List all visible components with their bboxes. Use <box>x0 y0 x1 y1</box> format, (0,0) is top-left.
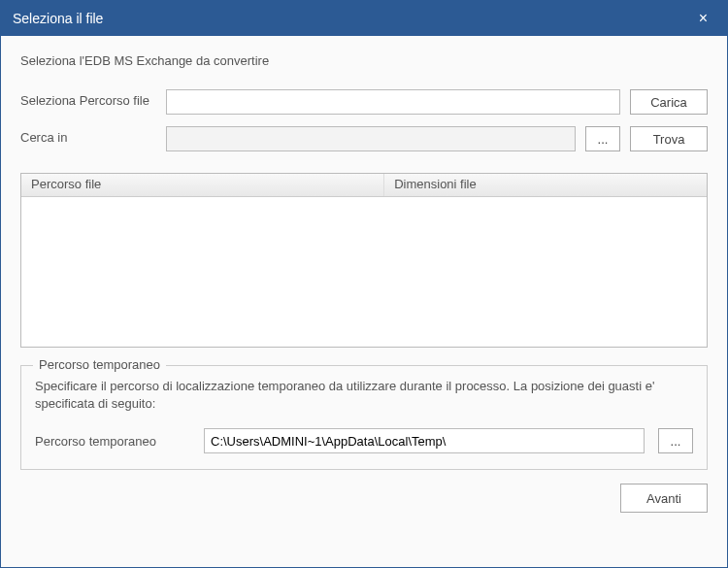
table-column-path[interactable]: Percorso file <box>21 174 384 196</box>
select-path-row: Seleziona Percorso file Carica <box>20 89 708 115</box>
search-in-label: Cerca in <box>20 126 156 146</box>
dialog-footer: Avanti <box>20 470 708 513</box>
temp-path-description: Specificare il percorso di localizzazion… <box>35 378 693 413</box>
close-icon[interactable]: × <box>691 6 715 31</box>
search-in-row: Cerca in ... Trova <box>20 126 708 151</box>
load-button[interactable]: Carica <box>630 89 708 115</box>
select-path-input[interactable] <box>166 89 620 115</box>
dialog-content: Seleziona l'EDB MS Exchange da convertir… <box>1 36 727 567</box>
dialog-subtitle: Seleziona l'EDB MS Exchange da convertir… <box>20 53 708 68</box>
table-header: Percorso file Dimensioni file <box>21 174 707 197</box>
dialog-window: Seleziona il file × Seleziona l'EDB MS E… <box>0 0 728 568</box>
select-path-label: Seleziona Percorso file <box>20 89 156 109</box>
temp-path-label: Percorso temporaneo <box>35 434 190 449</box>
dialog-title: Seleziona il file <box>13 11 691 26</box>
search-in-input[interactable] <box>166 126 576 151</box>
next-button[interactable]: Avanti <box>620 484 708 513</box>
table-body[interactable] <box>21 197 707 347</box>
browse-temp-button[interactable]: ... <box>658 428 693 453</box>
titlebar: Seleziona il file × <box>1 1 727 36</box>
temp-path-fieldset: Percorso temporaneo Specificare il perco… <box>20 365 708 470</box>
file-list-table: Percorso file Dimensioni file <box>20 173 708 348</box>
temp-path-row: Percorso temporaneo ... <box>35 428 693 453</box>
table-column-size[interactable]: Dimensioni file <box>384 174 707 196</box>
browse-search-button[interactable]: ... <box>585 126 620 151</box>
find-button[interactable]: Trova <box>630 126 708 151</box>
temp-path-legend: Percorso temporaneo <box>33 357 166 372</box>
temp-path-input[interactable] <box>204 428 645 453</box>
